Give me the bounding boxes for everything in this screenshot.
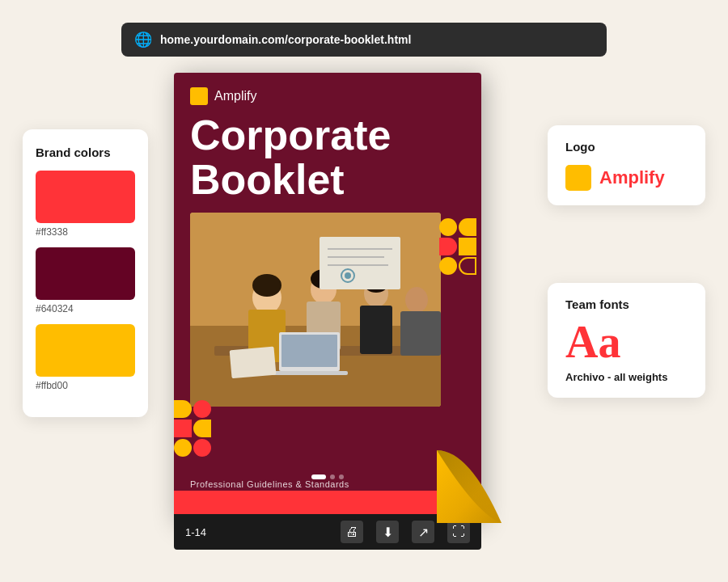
dot-active [311, 474, 326, 479]
booklet-header: Amplify [174, 73, 481, 113]
font-name: Archivo - all weights [565, 371, 688, 383]
svg-point-12 [405, 287, 428, 313]
font-sample: Aa [565, 319, 688, 365]
people-svg [190, 213, 441, 407]
fonts-panel: Team fonts Aa Archivo - all weights [548, 283, 705, 398]
svg-rect-15 [281, 335, 337, 367]
logo-square-icon [565, 165, 591, 191]
svg-rect-16 [271, 371, 348, 375]
svg-rect-18 [320, 237, 400, 289]
progress-dots [311, 474, 344, 479]
color-label-red: #ff3338 [36, 226, 135, 238]
browser-bar: 🌐 home.yourdomain.com/corporate-booklet.… [121, 23, 607, 57]
svg-rect-17 [230, 347, 277, 379]
color-label-yellow: #ffbd00 [36, 380, 135, 391]
logo-panel-title: Logo [565, 140, 688, 154]
booklet-title-line1: Corporate [190, 112, 391, 158]
color-swatch-yellow: #ffbd00 [36, 324, 135, 391]
dot-3 [339, 474, 344, 479]
brand-colors-panel: Brand colors #ff3338 #640324 #ffbd00 [23, 129, 148, 417]
url-path: corporate-booklet.html [288, 33, 411, 46]
logo-display: Amplify [565, 165, 688, 191]
globe-icon: 🌐 [134, 31, 152, 48]
svg-rect-13 [400, 311, 441, 356]
svg-point-23 [345, 272, 351, 279]
fonts-panel-title: Team fonts [565, 297, 688, 311]
deco-shapes-right [439, 218, 481, 275]
booklet-title-line2: Booklet [190, 156, 345, 203]
booklet-subtitle: Professional Guidelines & Standards [190, 479, 349, 489]
booklet-image [190, 213, 441, 407]
brand-colors-title: Brand colors [36, 146, 135, 159]
svg-point-5 [252, 274, 281, 297]
color-swatch-dark: #640324 [36, 247, 135, 314]
booklet-logo-square [190, 87, 208, 105]
color-swatch-red: #ff3338 [36, 171, 135, 238]
booklet-brand-name: Amplify [214, 89, 256, 103]
people-scene [190, 213, 441, 407]
url-base: home.yourdomain.com/ [160, 33, 288, 46]
dot-2 [330, 474, 335, 479]
page-label: 1-14 [185, 526, 206, 538]
print-icon[interactable]: 🖨 [341, 521, 363, 543]
booklet-title: Corporate Booklet [174, 113, 481, 201]
share-icon[interactable]: ↗ [412, 521, 434, 543]
url-bar: home.yourdomain.com/corporate-booklet.ht… [160, 33, 411, 46]
svg-rect-10 [360, 306, 392, 354]
booklet-container: Amplify Corporate Booklet [174, 73, 489, 550]
logo-panel: Logo Amplify [548, 125, 705, 205]
deco-shapes-left [174, 400, 216, 457]
logo-brand-name: Amplify [599, 167, 665, 188]
color-label-dark: #640324 [36, 303, 135, 314]
download-icon[interactable]: ⬇ [376, 521, 399, 543]
page-curl [433, 446, 506, 527]
